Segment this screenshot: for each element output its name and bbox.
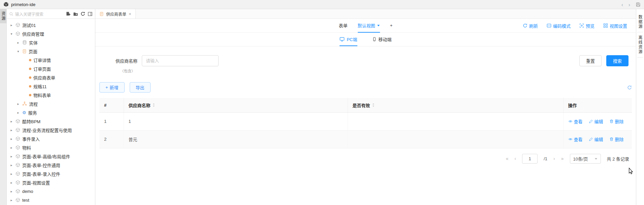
total-records-label: 共 2 条记录 [607,156,629,162]
dot-icon [29,59,31,61]
chevron-right-icon[interactable]: ▸ [9,119,13,123]
device-tabs: PC端移动端 [95,33,636,46]
tree-item[interactable]: ▸页面-表单-录入控件 [7,169,95,178]
collapse-panel-icon[interactable] [88,11,93,16]
column-header[interactable]: 供应商名称 [124,98,348,112]
toolbar-action[interactable]: 预览 [579,23,594,29]
chevron-right-icon[interactable]: ▸ [9,155,13,158]
close-icon[interactable]: × [129,11,131,16]
eye-icon [568,137,573,141]
filter-field-label: 供应商名称 [116,58,137,64]
row-action-edit[interactable]: 编辑 [589,136,603,142]
chevron-right-icon[interactable]: ▸ [9,163,13,167]
rail-tab-0[interactable]: 数据源 [637,12,643,32]
rail-tab-resources[interactable]: 资源 [0,9,6,23]
page-size-select[interactable]: 10条/页 [570,154,601,164]
row-action-eye[interactable]: 查看 [568,118,583,125]
tree-item[interactable]: ▸事件录入 [7,134,95,143]
next-page-button[interactable]: › [553,156,555,161]
primeton-ide-window: primeton-ide ‹ › 资源 输入关键字搜索 ▸测试01▾供应商管理▸… [0,0,644,205]
search-button[interactable]: 搜索 [606,55,629,66]
tree-item[interactable]: ▸流程 [7,99,95,108]
tree-item[interactable]: 供应商表单 [7,73,95,82]
chevron-right-icon[interactable]: ▸ [16,111,20,114]
tree-item[interactable]: ▸酷特BPM [7,117,95,126]
supplier-name-input[interactable] [142,55,219,66]
chevron-right-icon[interactable]: ▸ [9,190,13,193]
add-button[interactable]: + 新增 [99,82,125,93]
row-action-trash[interactable]: 删除 [609,136,624,142]
locate-file-icon[interactable] [66,11,71,16]
sort-icon[interactable] [152,103,155,107]
tree-item[interactable]: ▸测试01 [7,21,95,29]
chevron-right-icon[interactable]: ▸ [9,198,13,202]
right-rail: 数据源离线资源 [636,9,644,205]
tree-item[interactable]: ▸test [7,196,95,204]
sidebar-search-input[interactable]: 输入关键字搜索 [9,11,64,17]
tree-item[interactable]: ▸物料 [7,143,95,152]
row-action-trash[interactable]: 删除 [609,118,624,125]
tree-item-label: 规格11 [33,83,47,90]
app-logo-icon [3,2,9,7]
tree-item[interactable]: ▸页面-表单-控件通用 [7,161,95,169]
tree-item[interactable]: ▸实体 [7,38,95,47]
refresh-icon [523,23,527,28]
chevron-right-icon[interactable]: ▸ [9,172,13,176]
toolbar-action[interactable]: 视图设置 [603,23,627,29]
last-page-button[interactable]: » [561,156,564,161]
column-header[interactable]: 是否有效 [348,98,563,112]
chevron-right-icon[interactable]: ▸ [16,102,20,106]
tree-item[interactable]: 物料表单 [7,91,95,99]
reset-button[interactable]: 重置 [579,55,602,66]
tree-item[interactable]: ▸页面-表单-高级/布局组件 [7,152,95,161]
tree-item-label: demo [22,189,33,194]
cube-icon [15,163,20,167]
tree-item[interactable]: ▸⚙服务 [7,108,95,117]
chevron-right-icon[interactable]: ▸ [9,181,13,184]
row-action-edit[interactable]: 编辑 [589,118,603,125]
editor-tab-supplier-form[interactable]: 供应商表单 × [95,9,136,19]
tree-item[interactable]: ▸流程-业务流程配置与使用 [7,126,95,134]
sort-icon[interactable] [372,103,375,107]
chevron-right-icon[interactable]: ▸ [9,146,13,149]
row-action-eye[interactable]: 查看 [568,136,583,142]
device-tab[interactable]: PC端 [340,33,357,46]
device-tab-label: 移动端 [379,36,392,42]
chevron-down-icon[interactable]: ▾ [9,32,13,36]
tree-item[interactable]: ▾供应商管理 [7,29,95,38]
tree-item[interactable]: ▸demo [7,187,95,196]
export-button[interactable]: 导出 [130,82,151,93]
chevron-right-icon[interactable]: ▸ [9,128,13,132]
tree-item[interactable]: 规格11 [7,82,95,91]
toolbar-action[interactable]: 刷新 [523,23,538,29]
save-icon[interactable] [636,2,641,7]
page-size-value: 10条/页 [573,156,588,162]
eye-icon [568,119,573,124]
chevron-down-icon[interactable]: ▾ [16,49,20,53]
tree-item[interactable]: ▸页面-视图设置 [7,178,95,187]
tree-item-label: 实体 [29,39,38,46]
tree-item[interactable]: 订单详情 [7,56,95,64]
device-tab[interactable]: 移动端 [372,33,392,46]
chevron-right-icon[interactable]: ▸ [9,137,13,141]
table-cell-operations: 查看编辑删除 [563,130,632,148]
toolbar-action[interactable]: 编码模式 [547,23,571,29]
chevron-right-icon[interactable]: ▸ [16,41,20,44]
page-number-input[interactable] [522,154,538,164]
refresh-icon[interactable] [80,11,85,16]
view-tab-active[interactable]: 默认视图 [358,19,380,33]
add-folder-icon[interactable] [73,11,78,16]
view-toolbar: 表单默认视图+ 刷新编码模式预览视图设置 [95,19,636,33]
first-page-button[interactable]: « [506,156,509,161]
view-tab-inactive[interactable]: 表单 [339,19,348,33]
tree-item[interactable]: ▾页面 [7,47,95,56]
chevron-right-icon[interactable]: ▸ [9,23,13,27]
add-view-tab[interactable]: + [390,19,393,33]
rail-tab-1[interactable]: 离线资源 [637,32,643,58]
nav-forward-icon[interactable]: › [629,2,630,7]
table-refresh-icon[interactable] [627,85,632,90]
prev-page-button[interactable]: ‹ [515,156,516,161]
nav-back-icon[interactable]: ‹ [621,2,623,7]
cube-icon [15,128,20,132]
tree-item[interactable]: 订单页面 [7,64,95,73]
